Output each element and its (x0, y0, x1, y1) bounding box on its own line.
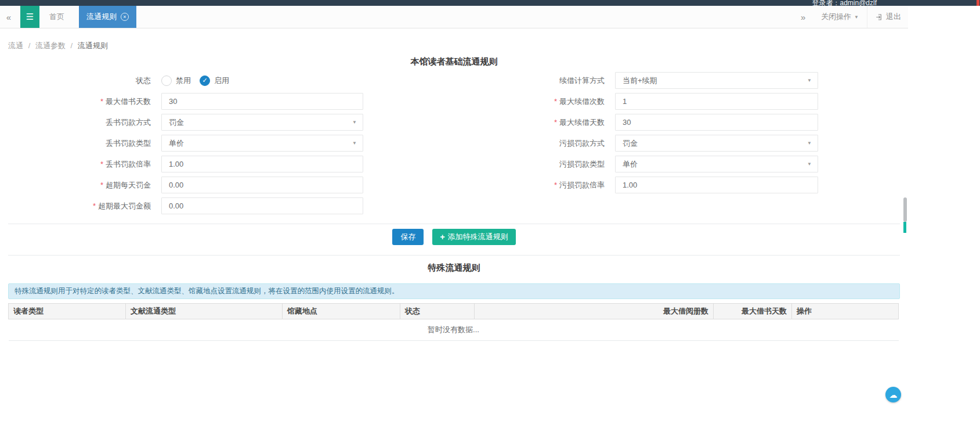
col-reader-type: 读者类型 (9, 304, 126, 319)
required-mark: * (93, 202, 96, 210)
field-label-text: 污损罚款倍率 (559, 181, 605, 189)
field-label-text: 丢书罚款倍率 (106, 160, 151, 168)
scroll-tabs-right-icon[interactable]: » (793, 6, 813, 28)
tab-circulation-rules-label: 流通规则 (86, 12, 117, 22)
field-label-text: 续借计算方式 (559, 76, 605, 85)
field-label: *丢书罚款倍率 (0, 159, 151, 170)
renew-calc-method-select[interactable]: 当前+续期 ▼ (615, 72, 818, 89)
damage-fine-type-row: 污损罚款类型 单价 ▼ (454, 156, 907, 172)
table-header-row: 读者类型 文献流通类型 馆藏地点 状态 最大借阅册数 最大借书天数 操作 (9, 304, 899, 319)
damage-fine-rate-input[interactable] (615, 177, 818, 193)
scrollbar-thumb[interactable] (903, 197, 907, 222)
field-label-text: 丢书罚款类型 (106, 139, 151, 148)
app-container: « ☰ 首页 流通规则 × » 关闭操作 ▼ 退出 (0, 6, 908, 428)
field-label: *最大续借次数 (454, 96, 605, 107)
cloud-icon: ☁ (889, 390, 898, 400)
close-tab-icon[interactable]: × (121, 13, 129, 21)
empty-message: 暂时没有数据... (9, 319, 899, 341)
required-mark: * (554, 97, 557, 106)
status-radio-enabled[interactable]: ✓ 启用 (200, 75, 229, 86)
overdue-max-fine-input[interactable] (161, 197, 363, 214)
required-mark: * (100, 181, 103, 189)
damage-fine-method-select[interactable]: 罚金 ▼ (615, 135, 818, 152)
overdue-daily-fine-input[interactable] (161, 177, 363, 193)
col-doc-circulation-type: 文献流通类型 (126, 304, 283, 319)
max-borrow-days-input[interactable] (161, 93, 363, 110)
col-status: 状态 (400, 304, 475, 319)
damage-fine-type-select[interactable]: 单价 ▼ (615, 156, 818, 172)
logout-button[interactable]: 退出 (867, 6, 908, 28)
breadcrumb-separator: / (71, 41, 73, 50)
logout-icon (876, 13, 883, 21)
breadcrumb-item-circulation[interactable]: 流通 (8, 41, 23, 50)
field-label: *最大续借天数 (454, 117, 605, 128)
close-operations-dropdown[interactable]: 关闭操作 ▼ (813, 6, 867, 28)
radio-label: 禁用 (176, 75, 191, 86)
lost-fine-method-select[interactable]: 罚金 ▼ (161, 114, 363, 131)
field-label: *污损罚款倍率 (454, 180, 605, 190)
field-label: *最大借书天数 (0, 96, 151, 107)
logout-label: 退出 (886, 12, 901, 22)
lost-fine-rate-input[interactable] (161, 156, 363, 172)
radio-label: 启用 (214, 75, 229, 86)
divider-bottom (8, 255, 900, 256)
empty-row: 暂时没有数据... (9, 319, 899, 341)
customer-service-button[interactable]: ☁ (885, 387, 901, 402)
damage-fine-method-row: 污损罚款方式 罚金 ▼ (454, 135, 907, 152)
breadcrumb-item-current: 流通规则 (78, 41, 108, 50)
field-label-text: 最大续借次数 (559, 97, 605, 106)
field-label-text: 超期最大罚金额 (98, 202, 151, 210)
breadcrumb-separator: / (28, 41, 31, 50)
field-label: 污损罚款类型 (454, 159, 605, 170)
required-mark: * (554, 181, 557, 189)
select-value: 当前+续期 (623, 75, 657, 86)
col-actions: 操作 (792, 304, 899, 319)
status-label: 状态 (0, 75, 151, 86)
field-label: 丢书罚款方式 (0, 117, 151, 128)
field-label: 续借计算方式 (454, 75, 605, 86)
lost-fine-rate-row: *丢书罚款倍率 (0, 156, 454, 172)
chevron-down-icon: ▼ (807, 78, 812, 83)
max-renew-days-input[interactable] (615, 114, 818, 131)
lost-fine-type-select[interactable]: 单价 ▼ (161, 135, 363, 152)
breadcrumb-item-circulation-params[interactable]: 流通参数 (35, 41, 66, 50)
field-label-text: 状态 (136, 76, 151, 85)
special-rules-info-alert: 特殊流通规则用于对特定的读者类型、文献流通类型、馆藏地点设置流通规则，将在设置的… (8, 283, 900, 299)
chevron-down-icon: ▼ (807, 141, 812, 146)
top-header-bar: 登录者：admin@dzlf (0, 0, 980, 6)
required-mark: * (100, 97, 103, 106)
status-radio-disabled[interactable]: 禁用 (161, 75, 191, 86)
tab-home[interactable]: 首页 (39, 6, 74, 28)
tab-bar: « ☰ 首页 流通规则 × » 关闭操作 ▼ 退出 (0, 6, 908, 28)
basic-rules-title: 本馆读者基础流通规则 (0, 56, 908, 67)
damage-fine-rate-row: *污损罚款倍率 (454, 177, 907, 193)
scroll-tabs-left-icon[interactable]: « (0, 6, 17, 28)
radio-checked-icon: ✓ (200, 75, 210, 86)
col-collection-location: 馆藏地点 (283, 304, 400, 319)
breadcrumb: 流通 / 流通参数 / 流通规则 (8, 41, 900, 51)
special-rules-table: 读者类型 文献流通类型 馆藏地点 状态 最大借阅册数 最大借书天数 操作 暂时没… (8, 303, 899, 341)
radio-unchecked-icon (161, 75, 172, 86)
overdue-max-fine-row: *超期最大罚金额 (0, 197, 454, 214)
col-max-borrow-count: 最大借阅册数 (475, 304, 714, 319)
field-label: *超期每天罚金 (0, 180, 151, 190)
save-button[interactable]: 保存 (392, 229, 424, 245)
scroll-position-indicator (903, 222, 906, 233)
chevron-down-icon: ▼ (352, 120, 357, 125)
field-label-text: 超期每天罚金 (106, 181, 151, 189)
basic-rules-form: 状态 禁用 ✓ 启用 *最大借书天数 (0, 72, 908, 218)
add-special-rule-button[interactable]: + 添加特殊流通规则 (432, 229, 515, 245)
form-actions: 保存 + 添加特殊流通规则 (0, 224, 908, 250)
col-max-borrow-days: 最大借书天数 (714, 304, 792, 319)
required-mark: * (100, 160, 103, 168)
form-left-column: 状态 禁用 ✓ 启用 *最大借书天数 (0, 72, 454, 218)
menu-toggle-button[interactable]: ☰ (20, 6, 39, 28)
plus-icon: + (440, 233, 444, 241)
field-label-text: 污损罚款类型 (559, 160, 605, 168)
chevron-down-icon: ▼ (854, 15, 859, 20)
field-label-text: 最大借书天数 (106, 97, 151, 106)
logged-in-user: 登录者：admin@dzlf (812, 0, 877, 6)
tab-circulation-rules[interactable]: 流通规则 × (79, 6, 136, 28)
max-renew-times-input[interactable] (615, 93, 818, 110)
max-renew-days-row: *最大续借天数 (454, 114, 907, 131)
